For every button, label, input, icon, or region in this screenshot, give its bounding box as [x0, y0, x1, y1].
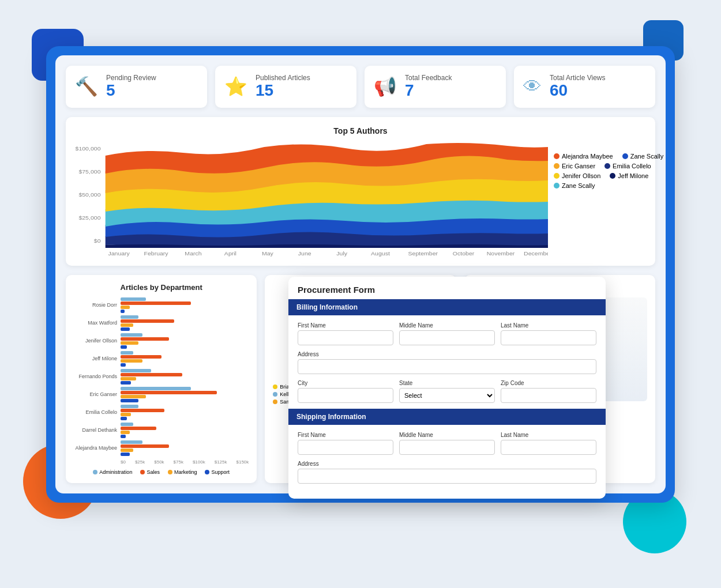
- hammer-icon: 🔨: [75, 76, 98, 97]
- bar-sup-8: [121, 435, 126, 438]
- legend-dot-support: [205, 470, 209, 474]
- procurement-form: Procurement Form Billing Information Fir…: [288, 277, 606, 499]
- bar-group-3: [121, 333, 249, 349]
- bar-mkt-2: [121, 323, 133, 327]
- bar-sup-7: [121, 417, 127, 420]
- bar-row-5: Fernando Ponds: [74, 369, 249, 385]
- billing-address-label: Address: [298, 351, 596, 357]
- pie-dot-sam: [273, 399, 277, 404]
- articles-by-dept-card: Articles by Department Rosie Dorr Max Wa…: [66, 275, 257, 483]
- bar-admin-4: [121, 351, 133, 355]
- legend-label-alejandra: Alejandra Maybee: [562, 153, 613, 160]
- bar-sales-4: [121, 355, 162, 359]
- shipping-last-name-field: Last Name: [501, 432, 596, 455]
- legend-marketing: Marketing: [168, 469, 197, 475]
- svg-text:October: October: [453, 251, 475, 257]
- bar-sales-5: [121, 373, 182, 376]
- bar-admin-6: [121, 387, 191, 390]
- bar-chart: Rosie Dorr Max Watford: [74, 297, 249, 456]
- legend-row-2: Eric Ganser Emilia Collelo: [554, 163, 646, 169]
- billing-state-field: State Select ALAKAZ CACOFL: [399, 380, 495, 403]
- bar-admin-5: [121, 369, 151, 372]
- bar-label-5: Fernando Ponds: [74, 374, 117, 379]
- top-authors-legend: Alejandra Maybee Zane Scally Eric Ganser: [554, 141, 646, 189]
- kpi-views-text: Total Article Views 60: [550, 74, 606, 100]
- bar-label-2: Max Watford: [74, 320, 117, 326]
- legend-row-4: Zane Scally: [554, 182, 646, 189]
- svg-text:April: April: [224, 251, 236, 257]
- shipping-first-name-label: First Name: [298, 432, 393, 438]
- billing-zip-label: Zip Code: [501, 380, 596, 386]
- streamgraph: $100,000 $75,000 $50,000 $25,000 $0: [75, 141, 548, 257]
- bar-admin-8: [121, 423, 133, 426]
- bar-sales-1: [121, 301, 191, 305]
- bar-mkt-3: [121, 341, 138, 345]
- top-authors-title: Top 5 Authors: [75, 126, 646, 135]
- legend-zane: Zane Scally: [554, 182, 595, 189]
- billing-last-name-input[interactable]: [501, 330, 596, 345]
- shipping-address-input[interactable]: [298, 469, 596, 484]
- billing-body: First Name Middle Name Last Name Address…: [288, 322, 606, 403]
- kpi-published-articles: ⭐ Published Articles 15: [215, 66, 356, 108]
- legend-alejandra: Alejandra Maybee: [554, 153, 613, 160]
- legend-dot-alejandra: [554, 153, 559, 159]
- shipping-last-name-input[interactable]: [501, 440, 596, 455]
- billing-city-field: City: [298, 380, 393, 403]
- bar-row-2: Max Watford: [74, 315, 249, 331]
- bar-sales-3: [121, 337, 169, 341]
- bar-group-9: [121, 440, 249, 456]
- bar-x-axis: $0$25k$50k$75k$100k$125k$150k: [74, 459, 249, 465]
- bar-mkt-6: [121, 395, 146, 398]
- kpi-feedback-text: Total Feedback 7: [405, 74, 452, 100]
- kpi-views-label: Total Article Views: [550, 74, 606, 82]
- bar-group-8: [121, 423, 249, 438]
- bar-sales-6: [121, 391, 217, 394]
- bar-sup-6: [121, 399, 138, 402]
- bar-sup-4: [121, 363, 126, 367]
- kpi-feedback-value: 7: [405, 82, 452, 100]
- kpi-published-value: 15: [256, 82, 310, 100]
- svg-text:June: June: [298, 251, 311, 257]
- kpi-pending-label: Pending Review: [106, 74, 156, 82]
- legend-admin: Administration: [93, 469, 132, 475]
- billing-address-input[interactable]: [298, 359, 596, 374]
- billing-state-select[interactable]: Select ALAKAZ CACOFL: [399, 388, 495, 403]
- star-icon: ⭐: [224, 76, 247, 97]
- bar-label-6: Eric Ganser: [74, 391, 117, 397]
- svg-text:May: May: [262, 251, 273, 257]
- bar-admin-1: [121, 297, 146, 301]
- billing-last-name-field: Last Name: [501, 322, 596, 345]
- bar-admin-9: [121, 440, 142, 444]
- legend-label-jeff: Jeff Milone: [618, 172, 648, 179]
- kpi-row: 🔨 Pending Review 5 ⭐ Published Articles …: [66, 66, 655, 108]
- shipping-middle-name-input[interactable]: [399, 440, 495, 455]
- pie-dot-brian: [273, 385, 277, 389]
- billing-first-name-input[interactable]: [298, 330, 393, 345]
- bar-admin-3: [121, 333, 142, 337]
- bar-row-4: Jeff Milone: [74, 351, 249, 367]
- svg-text:February: February: [144, 251, 168, 257]
- billing-zip-field: Zip Code: [501, 380, 596, 403]
- billing-middle-name-input[interactable]: [399, 330, 495, 345]
- shipping-first-name-input[interactable]: [298, 440, 393, 455]
- bar-label-9: Alejandra Maybee: [74, 445, 117, 451]
- bar-sup-5: [121, 381, 131, 385]
- legend-row-1: Alejandra Maybee Zane Scally: [554, 153, 646, 160]
- svg-text:January: January: [108, 251, 130, 257]
- procurement-title: Procurement Form: [288, 277, 606, 299]
- kpi-total-feedback: 📢 Total Feedback 7: [365, 66, 506, 108]
- billing-city-row: City State Select ALAKAZ CACOFL Zip Code: [298, 380, 596, 403]
- legend-label-support: Support: [211, 469, 230, 475]
- kpi-article-views: 👁 Total Article Views 60: [514, 66, 655, 108]
- billing-address-field: Address: [298, 351, 596, 374]
- svg-text:December: December: [524, 251, 548, 257]
- legend-dot-emilia: [604, 163, 610, 169]
- billing-city-input[interactable]: [298, 388, 393, 403]
- billing-zip-input[interactable]: [501, 388, 596, 403]
- pie-dot-kelly: [273, 392, 277, 397]
- bar-group-1: [121, 297, 249, 313]
- svg-text:November: November: [487, 251, 515, 257]
- kpi-pending-value: 5: [106, 82, 156, 100]
- svg-text:$100,000: $100,000: [76, 146, 102, 152]
- legend-label-sales: Sales: [147, 469, 160, 475]
